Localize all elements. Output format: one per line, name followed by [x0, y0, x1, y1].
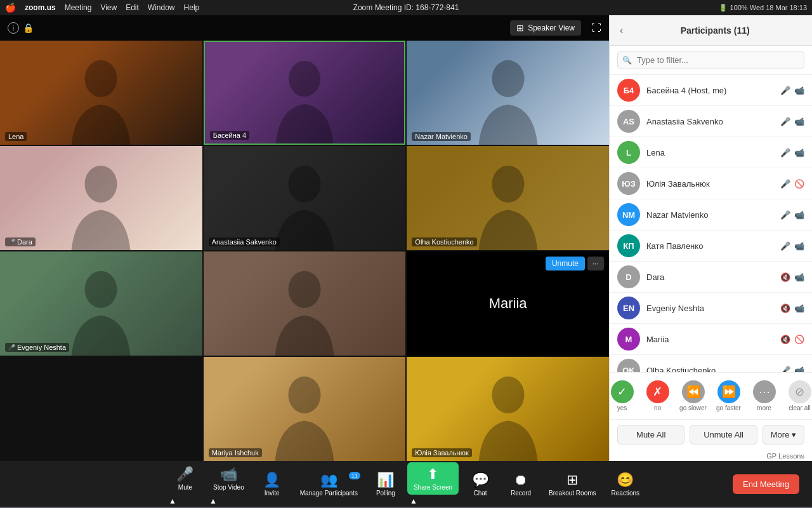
toolbar-invite-wrap: 👤 Invite [253, 468, 291, 500]
reaction-slower-button[interactable]: ⏪ go slower [679, 380, 707, 411]
participant-mic-icon: 🎤 [780, 241, 790, 251]
chat-label: Chat [474, 490, 487, 497]
reaction-icon: ✓ [611, 380, 634, 403]
participant-name: Юлія Завальнюк [646, 179, 774, 189]
participant-item[interactable]: КП Катя Павленко 🎤 📹 [610, 231, 812, 262]
participant-item[interactable]: D Dara 🔇 📹 [610, 262, 812, 293]
apple-menu[interactable]: 🍎 [5, 3, 16, 13]
invite-label: Invite [265, 490, 280, 497]
meeting-id: Zoom Meeting ID: 168-772-841 [353, 3, 459, 12]
participant-name: Dara [646, 272, 774, 282]
participant-video-icon: 📹 [794, 241, 804, 251]
menu-bar: 🍎 zoom.us Meeting View Edit Window Help … [0, 0, 812, 15]
end-meeting-button[interactable]: End Meeting [733, 474, 799, 494]
stop-video-caret[interactable]: ▲ [207, 494, 219, 508]
record-icon: ⏺ [514, 472, 528, 488]
reaction-label: clear all [789, 404, 810, 411]
unmute-all-button[interactable]: Unmute All [690, 425, 757, 444]
gp-lessons-badge: GP Lessons [766, 452, 804, 460]
participant-video-icon: 🚫 [794, 179, 804, 189]
participant-mic-icon: 🔇 [780, 272, 790, 282]
collapse-button[interactable]: ‹ [620, 25, 623, 36]
toolbar-chat-wrap: 💬 Chat [461, 468, 499, 500]
mute-label: Mute [178, 484, 192, 491]
search-icon: 🔍 [622, 56, 632, 65]
participant-name: Катя Павленко [646, 241, 774, 251]
svg-point-7 [288, 271, 320, 307]
menu-help[interactable]: Help [184, 3, 200, 12]
panel-search: 🔍 [610, 46, 812, 75]
toolbar-invite-button[interactable]: 👤 Invite [253, 468, 291, 500]
stop-video-icon: 📹 [220, 466, 237, 483]
mute-caret[interactable]: ▲ [166, 494, 179, 508]
toolbar-record-button[interactable]: ⏺ Record [502, 468, 540, 500]
participant-name: Басейна 4 (Host, me) [646, 86, 774, 95]
info-button[interactable]: i [8, 22, 19, 34]
cell-name-evgeniy: 🎤Evgeniy Neshta [5, 343, 69, 352]
reaction-yes-button[interactable]: ✓ yes [608, 380, 636, 411]
toolbar-share-screen-button[interactable]: ⬆ Share Screen [407, 462, 459, 495]
participant-item[interactable]: ЮЗ Юлія Завальнюк 🎤 🚫 [610, 168, 812, 199]
toolbar-stop-video-wrap: 📹 Stop Video ▲ [207, 462, 251, 506]
participant-item[interactable]: NM Nazar Matvienko 🎤 📹 [610, 199, 812, 231]
menu-window[interactable]: Window [148, 3, 175, 12]
reaction-no-button[interactable]: ✗ no [644, 380, 672, 411]
menu-meeting[interactable]: Meeting [65, 3, 92, 12]
participant-item[interactable]: EN Evgeniy Neshta 🔇 📹 [610, 293, 812, 324]
mute-all-button[interactable]: Mute All [617, 425, 684, 444]
video-cell-yulia: Юлія Завальнюк [407, 357, 609, 461]
app-name: zoom.us [25, 3, 56, 12]
polling-label: Polling [376, 490, 395, 497]
participant-mic-icon: 🔇 [780, 304, 790, 313]
svg-point-4 [288, 165, 320, 202]
participant-avatar: ЮЗ [617, 172, 640, 195]
participant-video-icon: 🚫 [794, 335, 804, 344]
search-input[interactable] [617, 51, 804, 69]
speaker-view-button[interactable]: ⊞ Speaker View [510, 20, 581, 36]
toolbar-center: 🎤 Mute ▲ 📹 Stop Video ▲ 👤 Invite 11 👥 Ma… [166, 462, 646, 506]
participant-item[interactable]: AS Anastasiia Sakvenko 🎤 📹 [610, 106, 812, 137]
reaction-clear-button[interactable]: ⊘ clear all [786, 380, 813, 411]
participant-item[interactable]: Б4 Басейна 4 (Host, me) 🎤 📹 [610, 75, 812, 106]
video-grid: Lena Басейна 4 Nazar Matvienko [0, 41, 609, 461]
toolbar-stop-video-button[interactable]: 📹 Stop Video [207, 462, 251, 495]
more-panel-button[interactable]: More ▾ [763, 425, 804, 444]
reaction-faster-button[interactable]: ⏩ go faster [715, 380, 743, 411]
fullscreen-button[interactable]: ⛶ [591, 22, 601, 34]
toolbar-reactions-button[interactable]: 😊 Reactions [605, 468, 646, 500]
menu-view[interactable]: View [100, 3, 117, 12]
stop-video-label: Stop Video [213, 484, 244, 491]
toolbar-mute-button[interactable]: 🎤 Mute [166, 462, 204, 495]
participant-item[interactable]: OK Olha Kostiuchenko 🎤 📹 [610, 355, 812, 372]
menu-edit[interactable]: Edit [126, 3, 139, 12]
reaction-label: go slower [679, 404, 707, 411]
toolbar-polling-button[interactable]: 📊 Polling [367, 468, 405, 500]
participant-video-icon: 📹 [794, 272, 804, 282]
video-cell-face2 [204, 251, 406, 356]
share-screen-caret[interactable]: ▲ [407, 494, 420, 508]
participant-video-icon: 📹 [794, 366, 804, 373]
toolbar-breakout-rooms-button[interactable]: ⊞ Breakout Rooms [542, 468, 602, 500]
toolbar-chat-button[interactable]: 💬 Chat [461, 468, 499, 500]
unmute-button[interactable]: Unmute [546, 257, 585, 271]
participant-avatar: OK [617, 359, 640, 372]
reaction-label: go faster [716, 404, 741, 411]
video-area: i 🔒 ⊞ Speaker View ⛶ Lena [0, 15, 609, 461]
participant-item[interactable]: M Mariia 🔇 🚫 [610, 324, 812, 355]
panel-bottom-buttons: Mute All Unmute All More ▾ [610, 419, 812, 450]
participant-video-icon: 📹 [794, 117, 804, 126]
video-cell-nazar: Nazar Matvienko [407, 41, 609, 145]
participant-item[interactable]: L Lena 🎤 📹 [610, 137, 812, 168]
status-icons: 🔋 100% Wed 18 Mar 18:13 [719, 4, 807, 12]
reaction-more-button[interactable]: ⋯ more [750, 380, 778, 411]
share-screen-label: Share Screen [414, 484, 452, 491]
video-cell-mariya: Mariya Ishchuk [204, 357, 406, 461]
participant-avatar: AS [617, 110, 640, 133]
svg-point-1 [289, 61, 320, 97]
participant-mic-icon: 🎤 [780, 366, 790, 373]
mariia-name-label: Mariia [489, 295, 527, 312]
participant-video-icon: 📹 [794, 304, 804, 313]
participant-name: Nazar Matvienko [646, 210, 774, 220]
more-options-button[interactable]: ··· [587, 257, 604, 271]
video-cell-evgeniy: 🎤Evgeniy Neshta [0, 251, 202, 356]
